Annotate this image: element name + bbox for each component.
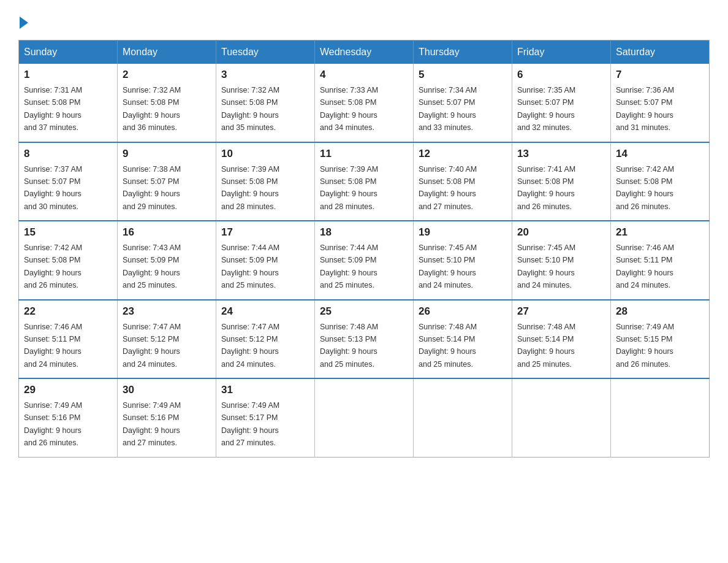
calendar-cell: 9 Sunrise: 7:38 AMSunset: 5:07 PMDayligh… bbox=[118, 142, 216, 221]
calendar-cell bbox=[512, 378, 611, 457]
calendar-cell: 8 Sunrise: 7:37 AMSunset: 5:07 PMDayligh… bbox=[19, 142, 118, 221]
day-number: 31 bbox=[221, 384, 309, 396]
day-info: Sunrise: 7:42 AMSunset: 5:08 PMDaylight:… bbox=[616, 165, 674, 211]
day-info: Sunrise: 7:48 AMSunset: 5:13 PMDaylight:… bbox=[320, 323, 378, 369]
calendar-cell: 13 Sunrise: 7:41 AMSunset: 5:08 PMDaylig… bbox=[512, 142, 611, 221]
calendar-header-saturday: Saturday bbox=[611, 40, 710, 64]
calendar-header-thursday: Thursday bbox=[414, 40, 512, 64]
day-number: 24 bbox=[221, 305, 309, 318]
day-number: 8 bbox=[24, 148, 112, 160]
calendar-header-sunday: Sunday bbox=[19, 40, 118, 64]
day-info: Sunrise: 7:49 AMSunset: 5:16 PMDaylight:… bbox=[24, 401, 82, 447]
day-info: Sunrise: 7:45 AMSunset: 5:10 PMDaylight:… bbox=[517, 243, 575, 289]
calendar-cell: 18 Sunrise: 7:44 AMSunset: 5:09 PMDaylig… bbox=[315, 221, 414, 300]
calendar-week-row: 22 Sunrise: 7:46 AMSunset: 5:11 PMDaylig… bbox=[19, 300, 710, 379]
calendar-week-row: 1 Sunrise: 7:31 AMSunset: 5:08 PMDayligh… bbox=[19, 64, 710, 142]
day-number: 7 bbox=[616, 69, 704, 81]
day-number: 14 bbox=[616, 148, 704, 160]
day-number: 26 bbox=[419, 305, 507, 318]
calendar-cell bbox=[414, 378, 512, 457]
day-number: 2 bbox=[123, 69, 211, 81]
day-info: Sunrise: 7:41 AMSunset: 5:08 PMDaylight:… bbox=[517, 165, 575, 211]
calendar-cell bbox=[611, 378, 710, 457]
calendar-cell: 12 Sunrise: 7:40 AMSunset: 5:08 PMDaylig… bbox=[414, 142, 512, 221]
day-info: Sunrise: 7:36 AMSunset: 5:07 PMDaylight:… bbox=[616, 86, 674, 132]
calendar-cell: 30 Sunrise: 7:49 AMSunset: 5:16 PMDaylig… bbox=[118, 378, 216, 457]
day-number: 19 bbox=[419, 226, 507, 239]
calendar-cell: 23 Sunrise: 7:47 AMSunset: 5:12 PMDaylig… bbox=[118, 300, 216, 379]
day-number: 20 bbox=[517, 226, 605, 239]
calendar-header-monday: Monday bbox=[118, 40, 216, 64]
day-info: Sunrise: 7:31 AMSunset: 5:08 PMDaylight:… bbox=[24, 86, 82, 132]
calendar-cell: 11 Sunrise: 7:39 AMSunset: 5:08 PMDaylig… bbox=[315, 142, 414, 221]
calendar-cell: 14 Sunrise: 7:42 AMSunset: 5:08 PMDaylig… bbox=[611, 142, 710, 221]
day-info: Sunrise: 7:49 AMSunset: 5:15 PMDaylight:… bbox=[616, 323, 674, 369]
day-info: Sunrise: 7:42 AMSunset: 5:08 PMDaylight:… bbox=[24, 243, 82, 289]
day-info: Sunrise: 7:32 AMSunset: 5:08 PMDaylight:… bbox=[123, 86, 181, 132]
day-info: Sunrise: 7:46 AMSunset: 5:11 PMDaylight:… bbox=[616, 243, 674, 289]
day-info: Sunrise: 7:49 AMSunset: 5:16 PMDaylight:… bbox=[123, 401, 181, 447]
calendar-cell: 22 Sunrise: 7:46 AMSunset: 5:11 PMDaylig… bbox=[19, 300, 118, 379]
day-info: Sunrise: 7:48 AMSunset: 5:14 PMDaylight:… bbox=[419, 323, 477, 369]
logo bbox=[18, 12, 28, 29]
day-number: 23 bbox=[123, 305, 211, 318]
calendar-cell bbox=[315, 378, 414, 457]
day-number: 10 bbox=[221, 148, 309, 160]
calendar-cell: 29 Sunrise: 7:49 AMSunset: 5:16 PMDaylig… bbox=[19, 378, 118, 457]
calendar-cell: 28 Sunrise: 7:49 AMSunset: 5:15 PMDaylig… bbox=[611, 300, 710, 379]
calendar-cell: 4 Sunrise: 7:33 AMSunset: 5:08 PMDayligh… bbox=[315, 64, 414, 142]
calendar-header-row: SundayMondayTuesdayWednesdayThursdayFrid… bbox=[19, 40, 710, 64]
day-number: 22 bbox=[24, 305, 112, 318]
day-info: Sunrise: 7:38 AMSunset: 5:07 PMDaylight:… bbox=[123, 165, 181, 211]
day-info: Sunrise: 7:40 AMSunset: 5:08 PMDaylight:… bbox=[419, 165, 477, 211]
day-number: 9 bbox=[123, 148, 211, 160]
day-info: Sunrise: 7:47 AMSunset: 5:12 PMDaylight:… bbox=[123, 323, 181, 369]
calendar-cell: 26 Sunrise: 7:48 AMSunset: 5:14 PMDaylig… bbox=[414, 300, 512, 379]
day-info: Sunrise: 7:33 AMSunset: 5:08 PMDaylight:… bbox=[320, 86, 378, 132]
day-number: 12 bbox=[419, 148, 507, 160]
day-info: Sunrise: 7:45 AMSunset: 5:10 PMDaylight:… bbox=[419, 243, 477, 289]
day-info: Sunrise: 7:44 AMSunset: 5:09 PMDaylight:… bbox=[320, 243, 378, 289]
day-info: Sunrise: 7:44 AMSunset: 5:09 PMDaylight:… bbox=[221, 243, 279, 289]
day-number: 1 bbox=[24, 69, 112, 81]
day-number: 17 bbox=[221, 226, 309, 239]
calendar-header-tuesday: Tuesday bbox=[216, 40, 315, 64]
calendar-cell: 15 Sunrise: 7:42 AMSunset: 5:08 PMDaylig… bbox=[19, 221, 118, 300]
day-info: Sunrise: 7:32 AMSunset: 5:08 PMDaylight:… bbox=[221, 86, 279, 132]
day-number: 3 bbox=[221, 69, 309, 81]
calendar-cell: 10 Sunrise: 7:39 AMSunset: 5:08 PMDaylig… bbox=[216, 142, 315, 221]
calendar-cell: 5 Sunrise: 7:34 AMSunset: 5:07 PMDayligh… bbox=[414, 64, 512, 142]
day-number: 4 bbox=[320, 69, 408, 81]
calendar-cell: 2 Sunrise: 7:32 AMSunset: 5:08 PMDayligh… bbox=[118, 64, 216, 142]
calendar-cell: 1 Sunrise: 7:31 AMSunset: 5:08 PMDayligh… bbox=[19, 64, 118, 142]
calendar-cell: 27 Sunrise: 7:48 AMSunset: 5:14 PMDaylig… bbox=[512, 300, 611, 379]
day-number: 15 bbox=[24, 226, 112, 239]
calendar-header-friday: Friday bbox=[512, 40, 611, 64]
day-number: 29 bbox=[24, 384, 112, 396]
day-info: Sunrise: 7:47 AMSunset: 5:12 PMDaylight:… bbox=[221, 323, 279, 369]
calendar-cell: 31 Sunrise: 7:49 AMSunset: 5:17 PMDaylig… bbox=[216, 378, 315, 457]
day-number: 5 bbox=[419, 69, 507, 81]
calendar-cell: 20 Sunrise: 7:45 AMSunset: 5:10 PMDaylig… bbox=[512, 221, 611, 300]
day-number: 28 bbox=[616, 305, 704, 318]
page-header bbox=[18, 12, 710, 29]
calendar-cell: 19 Sunrise: 7:45 AMSunset: 5:10 PMDaylig… bbox=[414, 221, 512, 300]
day-info: Sunrise: 7:48 AMSunset: 5:14 PMDaylight:… bbox=[517, 323, 575, 369]
day-info: Sunrise: 7:39 AMSunset: 5:08 PMDaylight:… bbox=[221, 165, 279, 211]
day-number: 27 bbox=[517, 305, 605, 318]
calendar-table: SundayMondayTuesdayWednesdayThursdayFrid… bbox=[18, 40, 710, 458]
calendar-cell: 21 Sunrise: 7:46 AMSunset: 5:11 PMDaylig… bbox=[611, 221, 710, 300]
day-info: Sunrise: 7:46 AMSunset: 5:11 PMDaylight:… bbox=[24, 323, 82, 369]
day-number: 6 bbox=[517, 69, 605, 81]
calendar-cell: 16 Sunrise: 7:43 AMSunset: 5:09 PMDaylig… bbox=[118, 221, 216, 300]
day-info: Sunrise: 7:37 AMSunset: 5:07 PMDaylight:… bbox=[24, 165, 82, 211]
day-info: Sunrise: 7:35 AMSunset: 5:07 PMDaylight:… bbox=[517, 86, 575, 132]
logo-arrow-icon bbox=[20, 17, 28, 29]
day-info: Sunrise: 7:39 AMSunset: 5:08 PMDaylight:… bbox=[320, 165, 378, 211]
calendar-cell: 24 Sunrise: 7:47 AMSunset: 5:12 PMDaylig… bbox=[216, 300, 315, 379]
day-number: 18 bbox=[320, 226, 408, 239]
day-number: 21 bbox=[616, 226, 704, 239]
day-number: 30 bbox=[123, 384, 211, 396]
day-info: Sunrise: 7:49 AMSunset: 5:17 PMDaylight:… bbox=[221, 401, 279, 447]
calendar-cell: 7 Sunrise: 7:36 AMSunset: 5:07 PMDayligh… bbox=[611, 64, 710, 142]
